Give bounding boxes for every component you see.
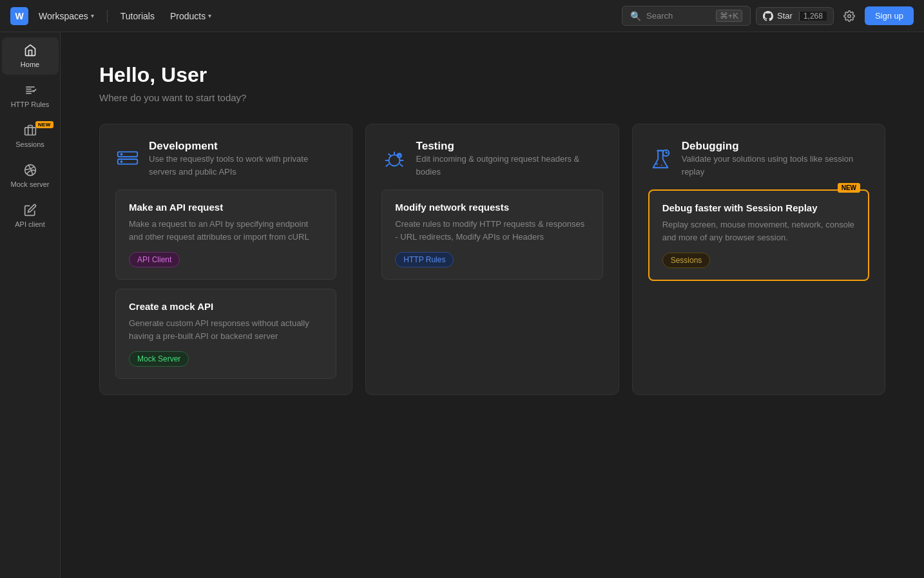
mock-api-card[interactable]: Create a mock API Generate custom API re… — [115, 289, 336, 379]
debugging-icon — [648, 146, 673, 172]
sessions-new-badge: NEW — [35, 121, 53, 128]
development-category-card: Development Use the requestly tools to w… — [99, 124, 352, 395]
http-rules-icon — [24, 84, 37, 97]
api-client-icon — [24, 204, 37, 217]
testing-icon — [381, 146, 407, 172]
products-chevron-icon: ▾ — [208, 12, 211, 19]
debugging-category-card: Debugging Validate your solutions using … — [632, 124, 885, 395]
home-icon — [24, 44, 37, 57]
tutorials-link[interactable]: Tutorials — [115, 8, 160, 24]
cards-grid: Development Use the requestly tools to w… — [99, 124, 885, 395]
products-menu[interactable]: Products ▾ — [165, 8, 217, 24]
star-label: Star — [777, 11, 793, 21]
modify-network-desc: Create rules to modify HTTP requests & r… — [395, 218, 589, 243]
sidebar-sessions-label: Sessions — [15, 140, 44, 148]
debug-session-card[interactable]: NEW Debug faster with Session Replay Rep… — [648, 189, 869, 281]
sidebar-item-api-client[interactable]: API client — [2, 197, 59, 235]
svg-line-21 — [399, 154, 400, 155]
page-subtitle: Where do you want to start today? — [99, 92, 885, 103]
sidebar-item-sessions[interactable]: NEW Sessions — [2, 117, 59, 155]
debug-new-badge: NEW — [838, 183, 860, 193]
github-star-button[interactable]: Star 1,268 — [756, 7, 834, 25]
svg-point-26 — [655, 162, 658, 165]
development-header: Development Use the requestly tools to w… — [115, 140, 336, 178]
debug-session-title: Debug faster with Session Replay — [662, 202, 855, 213]
main-content: Hello, User Where do you want to start t… — [61, 32, 924, 578]
gear-icon — [843, 10, 855, 22]
settings-button[interactable] — [839, 6, 860, 26]
logo[interactable]: W — [10, 7, 28, 25]
svg-rect-5 — [24, 128, 35, 135]
search-label: Search — [646, 11, 673, 21]
search-bar[interactable]: 🔍 Search ⌘+K — [622, 6, 751, 26]
sidebar-item-http-rules[interactable]: HTTP Rules — [2, 77, 59, 115]
api-request-card[interactable]: Make an API request Make a request to an… — [115, 189, 336, 280]
svg-point-10 — [120, 160, 123, 162]
svg-point-27 — [660, 164, 662, 166]
topnav: W Workspaces ▾ Tutorials Products ▾ 🔍 Se… — [0, 0, 924, 32]
api-client-tag[interactable]: API Client — [129, 252, 180, 267]
http-rules-tag[interactable]: HTTP Rules — [395, 252, 454, 267]
svg-point-9 — [120, 153, 123, 155]
debugging-title: Debugging — [682, 140, 869, 153]
github-icon — [763, 11, 773, 21]
debugging-desc: Validate your solutions using tools like… — [682, 153, 869, 178]
search-icon: 🔍 — [630, 11, 641, 21]
star-count: 1,268 — [799, 12, 827, 21]
testing-header: Testing Edit incoming & outgoing request… — [381, 140, 602, 178]
sidebar-mock-server-label: Mock server — [11, 180, 50, 188]
api-request-title: Make an API request — [129, 202, 323, 213]
search-shortcut: ⌘+K — [716, 10, 742, 22]
signup-button[interactable]: Sign up — [865, 6, 914, 25]
api-request-desc: Make a request to an API by specifying e… — [129, 218, 323, 243]
development-title: Development — [149, 140, 336, 153]
modify-network-card[interactable]: Modify network requests Create rules to … — [381, 189, 602, 280]
debugging-header: Debugging Validate your solutions using … — [648, 140, 869, 178]
development-desc: Use the requestly tools to work with pri… — [149, 153, 336, 178]
testing-title: Testing — [416, 140, 603, 153]
mock-server-icon — [24, 164, 37, 177]
nav-separator — [107, 10, 108, 23]
sidebar: Home HTTP Rules NEW — [0, 32, 61, 578]
svg-line-18 — [400, 164, 403, 166]
workspace-label: Workspaces — [39, 11, 88, 21]
debug-session-desc: Replay screen, mouse movement, network, … — [662, 218, 855, 244]
sidebar-home-label: Home — [21, 61, 39, 68]
sidebar-item-home[interactable]: Home — [2, 37, 59, 75]
testing-desc: Edit incoming & outgoing request headers… — [416, 153, 603, 178]
mock-server-tag[interactable]: Mock Server — [129, 351, 189, 367]
sessions-icon — [24, 124, 37, 137]
testing-category-card: Testing Edit incoming & outgoing request… — [365, 124, 619, 395]
workspace-menu[interactable]: Workspaces ▾ — [34, 8, 99, 24]
main-layout: Home HTTP Rules NEW — [0, 32, 924, 578]
modify-network-title: Modify network requests — [395, 202, 589, 213]
mock-api-desc: Generate custom API responses without ac… — [129, 317, 323, 342]
svg-line-13 — [388, 153, 391, 156]
sidebar-http-rules-label: HTTP Rules — [11, 101, 50, 108]
page-title: Hello, User — [99, 63, 885, 87]
mock-api-title: Create a mock API — [129, 301, 323, 312]
svg-line-17 — [386, 164, 389, 166]
workspace-chevron-icon: ▾ — [91, 12, 94, 19]
sessions-tag[interactable]: Sessions — [662, 253, 711, 268]
sidebar-api-client-label: API client — [15, 220, 44, 228]
svg-point-0 — [848, 14, 851, 17]
development-icon — [115, 146, 140, 172]
sidebar-item-mock-server[interactable]: Mock server — [2, 157, 59, 195]
